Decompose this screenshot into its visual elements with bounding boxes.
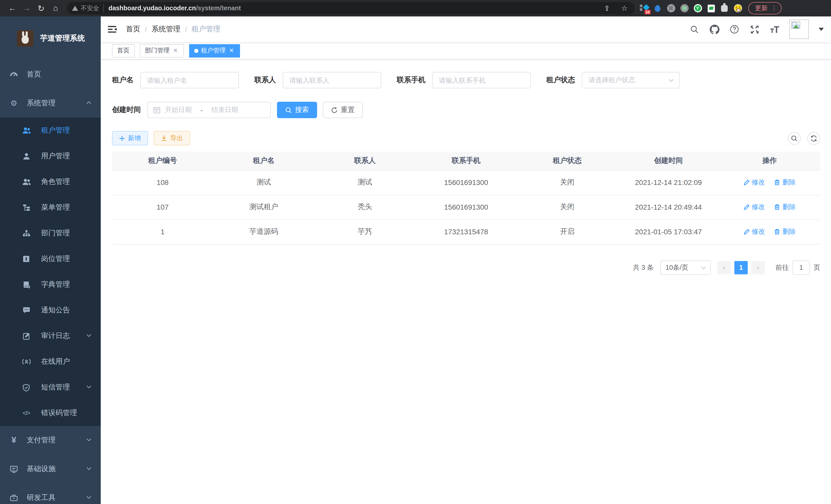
chrome-update-button[interactable]: 更新 ⋮ xyxy=(748,2,782,14)
date-separator: - xyxy=(200,106,203,114)
extensions-puzzle-icon[interactable] xyxy=(720,4,729,12)
sidebar-item-label: 首页 xyxy=(27,70,41,79)
close-icon[interactable]: ✕ xyxy=(172,47,179,54)
breadcrumb-system[interactable]: 系统管理 xyxy=(152,25,180,34)
date-range-picker[interactable]: 开始日期 - 结束日期 xyxy=(147,102,271,118)
phone-input[interactable] xyxy=(432,72,531,88)
sidebar-item-post[interactable]: 岗位管理 xyxy=(0,246,101,272)
sidebar-item-label: 岗位管理 xyxy=(41,254,70,264)
contact-input[interactable] xyxy=(283,72,381,88)
tenant-name-label: 租户名 xyxy=(112,76,134,85)
font-size-icon[interactable] xyxy=(769,24,780,34)
warning-icon xyxy=(72,6,78,11)
delete-link[interactable]: 删除 xyxy=(774,227,796,236)
edit-link[interactable]: 修改 xyxy=(743,178,765,187)
sidebar-item-dict[interactable]: 字典管理 xyxy=(0,272,101,297)
github-icon[interactable] xyxy=(709,24,719,34)
sidebar-item-home[interactable]: 首页 xyxy=(0,60,101,89)
add-button[interactable]: 新增 xyxy=(112,131,148,145)
sidebar-item-user[interactable]: 用户管理 xyxy=(0,143,101,169)
cell-created: 2021-12-14 21:02:09 xyxy=(618,170,719,195)
col-actions: 操作 xyxy=(719,152,820,170)
fullscreen-icon[interactable] xyxy=(749,24,760,34)
back-icon[interactable]: ← xyxy=(5,1,20,16)
col-tenant-id: 租户编号 xyxy=(112,152,213,170)
edit-icon xyxy=(743,204,749,210)
sidebar-item-dept[interactable]: 部门管理 xyxy=(0,220,101,246)
trash-icon xyxy=(774,179,780,185)
next-page-button[interactable]: › xyxy=(751,261,765,274)
show-search-toggle-button[interactable] xyxy=(788,132,801,145)
help-icon[interactable] xyxy=(729,24,740,34)
delete-link[interactable]: 删除 xyxy=(774,202,796,212)
page-1-button[interactable]: 1 xyxy=(735,261,748,274)
app-logo-row[interactable]: 芋道管理系统 xyxy=(0,17,101,60)
extension-command-icon[interactable]: ⌘ xyxy=(666,4,675,12)
bookmark-star-icon[interactable]: ☆ xyxy=(619,3,630,13)
sidebar-item-menu[interactable]: 菜单管理 xyxy=(0,195,101,220)
reset-button[interactable]: 重置 xyxy=(323,102,363,118)
home-icon[interactable]: ⌂ xyxy=(48,1,63,16)
tab-tenant[interactable]: 租户管理 ✕ xyxy=(189,44,240,57)
sidebar-item-sms[interactable]: 短信管理 xyxy=(0,375,101,400)
avatar-caret-icon[interactable] xyxy=(819,28,824,31)
tab-home[interactable]: 首页 xyxy=(112,44,135,57)
breadcrumb-separator: / xyxy=(185,25,187,33)
cell-contact: 测试 xyxy=(314,170,416,195)
page-size-select[interactable]: 10条/页 xyxy=(660,260,711,275)
sidebar-item-label: 角色管理 xyxy=(41,177,70,186)
cell-status: 开启 xyxy=(517,219,618,244)
tenant-name-input[interactable] xyxy=(140,72,239,88)
app-logo xyxy=(17,30,33,47)
refresh-icon xyxy=(331,107,338,113)
sidebar-item-notice[interactable]: 通知公告 xyxy=(0,297,101,323)
tab-dept[interactable]: 部门管理 ✕ xyxy=(140,44,184,57)
avatar[interactable] xyxy=(790,20,809,39)
collapse-sidebar-icon[interactable] xyxy=(107,24,117,34)
table-header-row: 租户编号 租户名 联系人 联系手机 租户状态 创建时间 操作 xyxy=(112,152,820,170)
header-search-icon[interactable] xyxy=(689,24,699,34)
extension-balloon-icon[interactable] xyxy=(653,4,662,12)
search-button[interactable]: 搜索 xyxy=(277,102,317,118)
sidebar-item-audit-log[interactable]: 审计日志 xyxy=(0,323,101,349)
security-indicator[interactable]: 不安全 xyxy=(72,4,104,12)
extension-yudao-icon[interactable]: Y xyxy=(693,4,702,12)
extension-record-icon[interactable] xyxy=(680,4,689,12)
sidebar-item-devtools[interactable]: 研发工具 xyxy=(0,483,101,504)
forward-icon[interactable]: → xyxy=(20,1,34,16)
page-content: 租户名 联系人 联系手机 租户状态 请选择租户状态 xyxy=(101,60,831,504)
breadcrumb-home[interactable]: 首页 xyxy=(126,25,140,34)
col-phone: 联系手机 xyxy=(416,152,517,170)
share-icon[interactable]: ⇪ xyxy=(602,3,612,13)
url-bar[interactable]: 不安全 dashboard.yudao.iocoder.cn/system/te… xyxy=(67,2,635,14)
extension-diamond-icon[interactable]: 10 xyxy=(640,4,649,12)
sidebar-item-role[interactable]: 角色管理 xyxy=(0,169,101,195)
export-button[interactable]: 导出 xyxy=(154,131,190,145)
export-label: 导出 xyxy=(170,134,183,143)
close-icon[interactable]: ✕ xyxy=(228,47,235,54)
delete-link[interactable]: 删除 xyxy=(774,178,796,187)
profile-emoji-icon[interactable] xyxy=(733,4,742,12)
sidebar-item-label: 系统管理 xyxy=(27,99,56,108)
goto-page-input[interactable] xyxy=(793,260,810,275)
edit-link[interactable]: 修改 xyxy=(743,202,765,212)
sidebar-item-tenant[interactable]: 租户管理 xyxy=(0,118,101,143)
sidebar-item-label: 基础设施 xyxy=(27,465,56,474)
sidebar-item-online-users[interactable]: 在线用户 xyxy=(0,349,101,375)
chevron-down-icon xyxy=(86,494,92,502)
reload-icon[interactable]: ↻ xyxy=(34,1,48,16)
status-select[interactable]: 请选择租户状态 xyxy=(582,72,680,88)
edit-note-icon xyxy=(22,332,31,340)
prev-page-button[interactable]: ‹ xyxy=(717,261,731,274)
sidebar-item-error-code[interactable]: </> 错误码管理 xyxy=(0,400,101,426)
status-label: 租户状态 xyxy=(546,76,575,85)
sidebar-item-pay[interactable]: ¥ 支付管理 xyxy=(0,426,101,455)
sidebar-item-system[interactable]: ⚙ 系统管理 xyxy=(0,89,101,118)
chrome-menu-icon[interactable]: ⋮ xyxy=(771,5,777,12)
extension-chat-icon[interactable] xyxy=(707,4,715,12)
sidebar-item-infra[interactable]: 基础设施 xyxy=(0,455,101,483)
url-text[interactable]: dashboard.yudao.iocoder.cn/system/tenant xyxy=(109,5,241,12)
col-status: 租户状态 xyxy=(517,152,618,170)
edit-link[interactable]: 修改 xyxy=(743,227,765,236)
refresh-table-button[interactable] xyxy=(807,132,820,145)
